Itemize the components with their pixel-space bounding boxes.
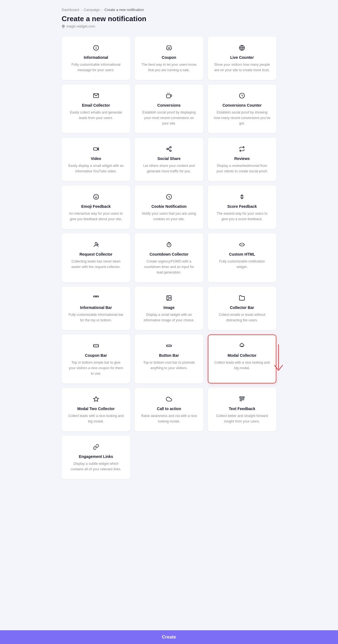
- card-modal-two-collector-description: Collect leads with a nice looking and bi…: [68, 413, 124, 424]
- card-modal-collector-description: Collect leads with a nice looking and bi…: [214, 360, 270, 371]
- call-to-action-icon: [166, 396, 172, 403]
- svg-point-37: [168, 297, 168, 297]
- card-conversions-counter-description: Establish social proof by showing how ma…: [214, 110, 270, 126]
- email-collector-icon: [93, 93, 99, 100]
- card-coupon-bar-description: Top or bottom simple bar to give your vi…: [68, 360, 124, 376]
- svg-marker-41: [93, 397, 98, 401]
- svg-point-27: [95, 242, 97, 244]
- modal-two-collector-icon: [93, 396, 99, 403]
- card-countdown-collector[interactable]: Countdown CollectorCreate urgency/FOMO w…: [135, 233, 203, 282]
- svg-rect-38: [93, 344, 98, 347]
- card-modal-collector-title: Modal Collector: [228, 353, 257, 358]
- card-custom-html-description: Fully customizable notification widget.: [214, 259, 270, 270]
- site-label: magic-widget.com: [62, 24, 276, 28]
- card-informational-bar-title: Informational Bar: [80, 305, 112, 310]
- card-live-counter-description: Show your visitors how many people are o…: [214, 62, 270, 73]
- breadcrumb-campaign[interactable]: Campaign: [84, 8, 100, 12]
- card-informational-bar-description: Fully customizable informational bar for…: [68, 312, 124, 323]
- svg-point-17: [167, 148, 168, 150]
- card-live-counter-title: Live Counter: [230, 55, 254, 60]
- collector-bar-icon: [239, 295, 245, 302]
- svg-rect-14: [93, 148, 97, 150]
- social-share-icon: [166, 146, 172, 153]
- card-coupon-description: The best way to let your users know that…: [141, 62, 197, 73]
- svg-line-13: [242, 96, 243, 96]
- card-emoji-feedback-description: An interactive way for your users to giv…: [68, 211, 124, 222]
- countdown-collector-icon: [166, 242, 172, 249]
- card-coupon-bar-title: Coupon Bar: [85, 353, 107, 358]
- svg-point-16: [170, 147, 171, 148]
- card-image[interactable]: ImageDisplay a small widget with an info…: [135, 287, 203, 330]
- card-cookie-notification-title: Cookie Notification: [151, 204, 187, 209]
- card-informational-bar[interactable]: Informational BarFully customizable info…: [62, 287, 130, 330]
- reviews-icon: [239, 146, 245, 153]
- card-cookie-notification[interactable]: Cookie NotificationNotify your users tha…: [135, 186, 203, 229]
- custom-html-icon: [239, 242, 245, 249]
- breadcrumb: Dashboard › Campaign › Create a new noti…: [62, 0, 276, 12]
- svg-point-21: [93, 194, 98, 199]
- card-social-share[interactable]: Social ShareLet others share your conten…: [135, 138, 203, 181]
- card-score-feedback-title: Score Feedback: [227, 204, 257, 209]
- card-email-collector[interactable]: Email CollectorEasily collect emails and…: [62, 84, 130, 133]
- card-custom-html[interactable]: Custom HTMLFully customizable notificati…: [208, 233, 276, 282]
- card-call-to-action[interactable]: Call to actionRaise awareness and cta wi…: [135, 388, 203, 431]
- conversions-icon: [166, 93, 172, 100]
- svg-point-4: [168, 48, 170, 49]
- live-counter-icon: [239, 45, 245, 52]
- card-video-description: Easily display a small widget with an in…: [68, 163, 124, 174]
- coupon-icon: [166, 45, 172, 52]
- card-conversions-counter-title: Conversions Counter: [222, 103, 261, 107]
- card-collector-bar[interactable]: Collector BarCollect emails or leads wit…: [208, 287, 276, 330]
- card-collector-bar-description: Collect emails or leads without distract…: [214, 312, 270, 323]
- breadcrumb-dashboard[interactable]: Dashboard: [62, 8, 79, 12]
- informational-icon: [93, 45, 99, 52]
- card-reviews-description: Display a review/testimonial from your c…: [214, 163, 270, 174]
- card-score-feedback-description: The easiest way for your users to give y…: [214, 211, 270, 222]
- pin-icon: [62, 25, 65, 28]
- card-modal-collector[interactable]: Modal CollectorCollect leads with a nice…: [208, 335, 276, 383]
- card-request-collector[interactable]: Request CollectorCollecting leads has ne…: [62, 233, 130, 282]
- emoji-feedback-icon: [93, 194, 99, 201]
- card-informational-description: Fully customizable informational message…: [68, 62, 124, 73]
- card-conversions[interactable]: ConversionsEstablish social proof by dis…: [135, 84, 203, 133]
- card-informational-title: Informational: [84, 55, 108, 60]
- card-coupon-title: Coupon: [162, 55, 176, 60]
- card-conversions-title: Conversions: [157, 103, 181, 107]
- bottom-bar: Create: [0, 630, 338, 644]
- card-modal-two-collector-title: Modal Two Collector: [77, 407, 115, 411]
- card-button-bar[interactable]: Button BarTop or bottom cool bar to prom…: [135, 335, 203, 383]
- svg-line-19: [168, 149, 170, 150]
- card-text-feedback-description: Collect better and straight forward insi…: [214, 413, 270, 424]
- request-collector-icon: [93, 242, 99, 249]
- cookie-notification-icon: [166, 194, 172, 201]
- card-emoji-feedback[interactable]: Emoji FeedbackAn interactive way for you…: [62, 186, 130, 229]
- card-collector-bar-title: Collector Bar: [230, 305, 254, 310]
- card-video[interactable]: VideoEasily display a small widget with …: [62, 138, 130, 181]
- card-engagement-links[interactable]: Engagement LinksDisplay a subtle widget …: [62, 436, 130, 479]
- card-informational[interactable]: InformationalFully customizable informat…: [62, 37, 130, 80]
- card-live-counter[interactable]: Live CounterShow your visitors how many …: [208, 37, 276, 80]
- card-coupon-bar[interactable]: Coupon BarTop or bottom simple bar to gi…: [62, 335, 130, 383]
- svg-point-0: [63, 25, 64, 27]
- card-modal-two-collector[interactable]: Modal Two CollectorCollect leads with a …: [62, 388, 130, 431]
- informational-bar-icon: [93, 295, 99, 302]
- card-conversions-counter[interactable]: Conversions CounterEstablish social proo…: [208, 84, 276, 133]
- card-text-feedback[interactable]: Text FeedbackCollect better and straight…: [208, 388, 276, 431]
- card-emoji-feedback-title: Emoji Feedback: [81, 204, 111, 209]
- card-email-collector-title: Email Collector: [82, 103, 110, 107]
- card-engagement-links-title: Engagement Links: [79, 454, 113, 459]
- image-icon: [166, 295, 172, 302]
- card-image-description: Display a small widget with an informati…: [141, 312, 197, 323]
- card-coupon[interactable]: CouponThe best way to let your users kno…: [135, 37, 203, 80]
- card-email-collector-description: Easily collect emails and generate leads…: [68, 110, 124, 121]
- card-request-collector-description: Collecting leads has never been easier w…: [68, 259, 124, 270]
- create-button[interactable]: Create: [162, 635, 176, 640]
- card-social-share-description: Let others share your content and genera…: [141, 163, 197, 174]
- video-icon: [93, 146, 99, 153]
- card-reviews[interactable]: ReviewsDisplay a review/testimonial from…: [208, 138, 276, 181]
- card-countdown-collector-description: Create urgency/FOMO with a countdown tim…: [141, 259, 197, 275]
- card-score-feedback[interactable]: Score FeedbackThe easiest way for your u…: [208, 186, 276, 229]
- card-call-to-action-title: Call to action: [157, 407, 181, 411]
- coupon-bar-icon: [93, 343, 99, 350]
- card-custom-html-title: Custom HTML: [229, 252, 255, 256]
